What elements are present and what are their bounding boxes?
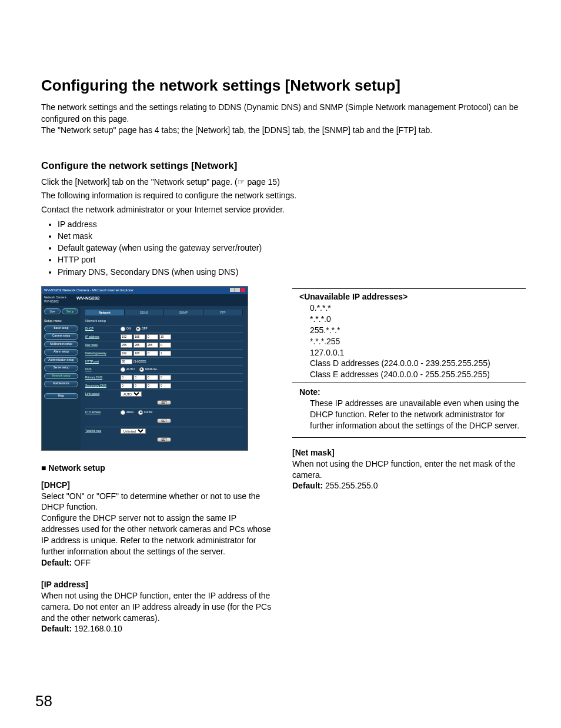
gw-o3[interactable]	[146, 351, 158, 356]
unavail-item: 255.*.*.*	[310, 325, 526, 336]
sidebar-item-maintenance[interactable]: Maintenance	[44, 381, 78, 387]
req-item: IP address	[58, 218, 526, 230]
window-title: WV-NS202 Network Camera - Microsoft Inte…	[44, 288, 133, 293]
radio-dns-auto[interactable]	[121, 367, 125, 372]
dhcp-p1: Select "ON" or "OFF" to determine whethe…	[41, 491, 275, 513]
tab-ftp[interactable]: FTP	[203, 310, 243, 316]
sidebar-item-multiscreen[interactable]: Multiscreen setup	[44, 341, 78, 347]
radio-dhcp-on[interactable]	[121, 327, 125, 331]
label-ip: IP address	[85, 335, 121, 339]
sdns-o1[interactable]	[121, 383, 132, 388]
sidebar-item-camera[interactable]: Camera setup	[44, 333, 78, 339]
radio-ftp-forbid[interactable]	[138, 410, 143, 415]
intro-block: The network settings and the settings re…	[41, 102, 526, 137]
page-number: 58	[35, 692, 52, 710]
unavail-item: Class E addresses (240.0.0.0 - 255.255.2…	[310, 369, 526, 380]
unavail-item: *.*.*.255	[310, 336, 526, 347]
live-button[interactable]: Live	[44, 308, 61, 315]
sdns-o3[interactable]	[146, 383, 158, 388]
sdns-o2[interactable]	[133, 383, 145, 388]
sidebar-item-authentication[interactable]: Authentication setup	[44, 357, 78, 363]
unavail-item: Class D addresses (224.0.0.0 - 239.255.2…	[310, 358, 526, 369]
sidebar-item-help[interactable]: Help	[44, 393, 78, 399]
note-body: These IP addresses are unavailable even …	[299, 398, 526, 431]
radio-ftp-allow[interactable]	[121, 410, 125, 415]
divider	[292, 383, 526, 383]
label-dhcp: DHCP	[85, 327, 121, 331]
intro-line-2: The "Network setup" page has 4 tabs; the…	[41, 125, 526, 137]
unavail-item: 0.*.*.*	[310, 302, 526, 314]
req-item: Default gateway (when using the gateway …	[58, 242, 526, 254]
mask-default-label: Default:	[292, 481, 325, 490]
bitrate-select[interactable]: Unlimited	[121, 428, 146, 434]
label-link: Link speed	[85, 392, 121, 396]
model-small: Network Camera	[44, 295, 76, 300]
item-head-ip: [IP address]	[41, 579, 275, 590]
gw-o1[interactable]	[121, 351, 132, 356]
mask-o3[interactable]	[146, 343, 158, 348]
set-button-2[interactable]: SET	[157, 418, 171, 423]
pdns-o1[interactable]	[121, 375, 132, 380]
ip-o3[interactable]	[146, 334, 158, 340]
label-pdns: Primary DNS	[85, 375, 121, 380]
mask-o2[interactable]	[133, 343, 145, 348]
window-buttons	[229, 288, 245, 293]
mask-default-value: 255.255.255.0	[325, 481, 378, 490]
note-head: Note:	[299, 387, 526, 398]
main-panel: Network DDNS SNMP FTP Network setup DHCP…	[81, 306, 248, 450]
sdns-o4[interactable]	[159, 383, 171, 388]
section-network-setup: Network setup	[85, 319, 243, 323]
ip-p1: When not using the DHCP function, enter …	[41, 590, 275, 624]
unavail-item: *.*.*.0	[310, 314, 526, 325]
pdns-o4[interactable]	[159, 375, 171, 380]
sidebar-item-alarm[interactable]: Alarm setup	[44, 349, 78, 355]
model-big: WV-NS202	[76, 295, 100, 304]
ip-default-label: Default:	[41, 624, 74, 633]
tab-ddns[interactable]: DDNS	[125, 310, 164, 316]
gw-o4[interactable]	[159, 351, 171, 356]
requirements-list: IP address Net mask Default gateway (whe…	[58, 218, 526, 278]
label-sdns: Secondary DNS	[85, 384, 121, 388]
gw-o2[interactable]	[133, 351, 145, 356]
screenshot: WV-NS202 Network Camera - Microsoft Inte…	[41, 286, 248, 451]
sidebar-item-server[interactable]: Server setup	[44, 365, 78, 371]
unavail-title: <Unavailable IP addresses>	[299, 292, 408, 301]
pdns-o3[interactable]	[146, 375, 158, 380]
label-gateway: Default gateway	[85, 351, 121, 355]
sidebar-item-network[interactable]: Network setup	[44, 373, 78, 379]
dhcp-default-value: OFF	[74, 558, 91, 567]
label-ftp-access: FTP access	[85, 410, 121, 414]
ip-o4[interactable]	[159, 334, 171, 340]
http-port[interactable]	[121, 359, 132, 364]
item-head-mask: [Net mask]	[292, 447, 526, 458]
ip-o1[interactable]	[121, 334, 132, 340]
dhcp-p2: Configure the DHCP server not to assign …	[41, 513, 275, 557]
section-title: Configure the network settings [Network]	[41, 160, 526, 172]
req-item: Net mask	[58, 230, 526, 242]
divider	[292, 437, 526, 438]
set-button-1[interactable]: SET	[157, 400, 171, 405]
radio-dhcp-off[interactable]	[136, 327, 141, 331]
sidebar-item-basic[interactable]: Basic setup	[44, 325, 78, 331]
set-button-3[interactable]: SET	[157, 437, 171, 442]
section-head-network-setup: ■ Network setup	[41, 463, 275, 474]
radio-dns-manual[interactable]	[139, 367, 144, 372]
dhcp-default-label: Default:	[41, 558, 74, 567]
setup-button[interactable]: Setup	[62, 308, 78, 315]
sub-p3: Contact the network administrator or you…	[41, 204, 526, 216]
item-head-dhcp: [DHCP]	[41, 480, 275, 491]
mask-o1[interactable]	[121, 343, 132, 348]
ip-default-value: 192.168.0.10	[74, 624, 122, 633]
page-title: Configuring the network settings [Networ…	[41, 77, 526, 95]
ip-o2[interactable]	[133, 334, 145, 340]
menu-header: Setup menu	[44, 319, 78, 323]
req-item: HTTP port	[58, 254, 526, 265]
tab-snmp[interactable]: SNMP	[164, 310, 203, 316]
sub-p1: Click the [Network] tab on the "Network …	[41, 177, 526, 188]
pdns-o2[interactable]	[133, 375, 145, 380]
label-http: HTTP port	[85, 360, 121, 364]
divider	[292, 288, 526, 289]
tab-network[interactable]: Network	[85, 310, 125, 316]
mask-o4[interactable]	[159, 343, 171, 348]
link-speed-select[interactable]: AUTO	[121, 391, 142, 397]
